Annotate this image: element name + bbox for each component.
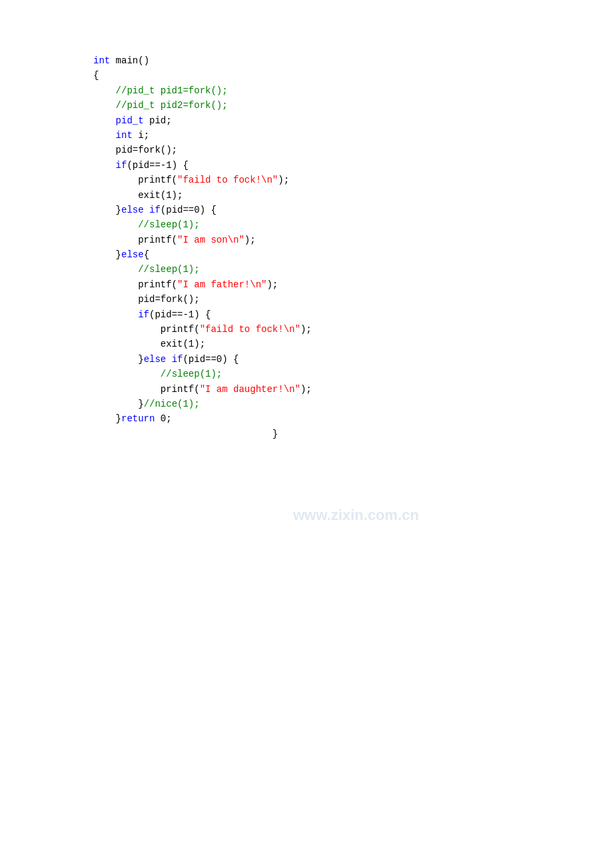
plain-token: main() [110, 55, 149, 66]
string-token: "I am father!\n" [177, 279, 267, 290]
watermark: www.zixin.com.cn [293, 507, 419, 524]
code-line: }else if(pid==0) { [93, 203, 613, 217]
plain-token: ); [301, 324, 312, 335]
code-line: exit(1); [93, 337, 613, 351]
kw-token: else [121, 249, 144, 260]
plain-token [93, 369, 161, 379]
plain-token [93, 309, 138, 320]
code-line: //pid_t pid2=fork(); [93, 98, 613, 113]
string-token: "I am son\n" [177, 235, 245, 245]
plain-token: pid=fork(); [93, 294, 200, 305]
code-line: printf("faild to fock!\n"); [93, 173, 613, 187]
plain-token: exit(1); [93, 339, 205, 349]
plain-token: } [93, 354, 144, 365]
plain-token: (pid==-1) { [127, 160, 188, 171]
code-line: if(pid==-1) { [93, 307, 613, 322]
kw-token: else [144, 354, 167, 365]
string-token: "faild to fock!\n" [177, 175, 278, 185]
code-line: printf("I am son\n"); [93, 233, 613, 247]
kw-token: if [149, 205, 161, 215]
plain-token: } [93, 249, 121, 260]
plain-token: { [93, 70, 99, 81]
plain-token [93, 219, 138, 230]
plain-token: } [93, 205, 121, 215]
plain-token: { [144, 249, 149, 260]
page: int main(){ //pid_t pid1=fork(); //pid_t… [93, 53, 613, 441]
code-line: }else{ [93, 247, 613, 262]
plain-token [166, 354, 171, 365]
code-line: //sleep(1); [93, 367, 613, 381]
code-line: pid=fork(); [93, 143, 613, 157]
plain-token: (pid==0) { [183, 354, 239, 365]
code-line: printf("I am daughter!\n"); [93, 382, 613, 397]
code-line: }//nice(1); [93, 397, 613, 411]
string-token: "faild to fock!\n" [200, 324, 301, 335]
plain-token [93, 264, 138, 275]
plain-token: (pid==-1) { [149, 309, 211, 320]
plain-token: } [93, 399, 144, 409]
plain-token: ); [245, 235, 256, 245]
plain-token: exit(1); [93, 190, 183, 201]
plain-token: } [93, 413, 121, 424]
plain-token [93, 115, 116, 126]
plain-token: i; [133, 130, 149, 141]
plain-token: } [93, 429, 278, 439]
comment-token: //sleep(1); [161, 369, 222, 379]
plain-token [93, 130, 116, 141]
kw-token: return [121, 413, 155, 424]
code-line: }return 0; [93, 411, 613, 426]
code-line: }else if(pid==0) { [93, 352, 613, 367]
kw-token: int [116, 130, 133, 141]
code-block: int main(){ //pid_t pid1=fork(); //pid_t… [93, 53, 613, 441]
kw-token: if [116, 160, 127, 171]
code-line: { [93, 68, 613, 83]
comment-token: //pid_t pid2=fork(); [116, 100, 228, 111]
code-line: printf("I am father!\n"); [93, 277, 613, 292]
plain-token [93, 160, 116, 171]
plain-token: printf( [93, 235, 177, 245]
plain-token [93, 100, 116, 111]
code-line: //sleep(1); [93, 217, 613, 232]
plain-token: ); [301, 384, 312, 395]
code-line: pid_t pid; [93, 113, 613, 128]
comment-token: //sleep(1); [138, 264, 199, 275]
code-line: printf("faild to fock!\n"); [93, 322, 613, 337]
comment-token: //nice(1); [144, 399, 200, 409]
plain-token: pid=fork(); [93, 145, 177, 155]
code-line: if(pid==-1) { [93, 158, 613, 173]
plain-token: printf( [93, 279, 177, 290]
code-line: //pid_t pid1=fork(); [93, 83, 613, 98]
plain-token [93, 85, 116, 96]
plain-token: printf( [93, 384, 200, 395]
plain-token: pid; [144, 115, 172, 126]
plain-token: ); [267, 279, 278, 290]
code-line: pid=fork(); [93, 292, 613, 307]
kw-token: if [172, 354, 183, 365]
comment-token: //sleep(1); [138, 219, 199, 230]
plain-token: printf( [93, 324, 200, 335]
comment-token: //pid_t pid1=fork(); [116, 85, 228, 96]
code-line: exit(1); [93, 188, 613, 203]
kw-token: pid_t [116, 115, 144, 126]
kw-token: int [93, 55, 110, 66]
code-line: int main() [93, 53, 613, 68]
plain-token: (pid==0) { [161, 205, 217, 215]
plain-token: printf( [93, 175, 177, 185]
plain-token [144, 205, 149, 215]
plain-token: 0; [155, 413, 171, 424]
string-token: "I am daughter!\n" [200, 384, 301, 395]
code-line: } [93, 427, 613, 441]
kw-token: else [121, 205, 144, 215]
code-line: int i; [93, 128, 613, 143]
code-line: //sleep(1); [93, 262, 613, 277]
plain-token: ); [278, 175, 289, 185]
kw-token: if [138, 309, 149, 320]
